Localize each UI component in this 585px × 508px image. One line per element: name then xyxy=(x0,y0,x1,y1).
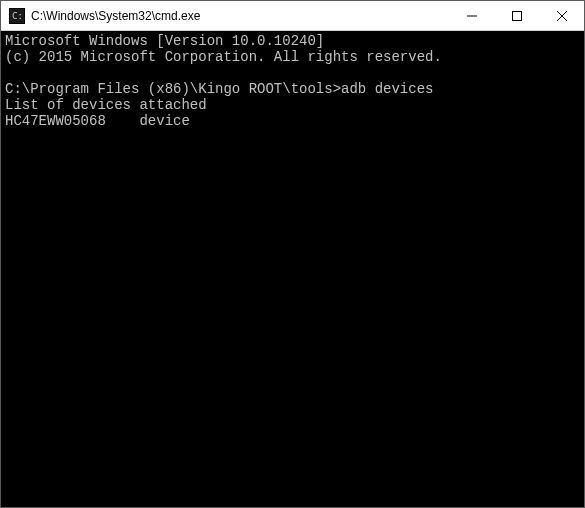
close-button[interactable] xyxy=(539,1,584,30)
cmd-icon: C: xyxy=(9,8,25,24)
window-controls xyxy=(449,1,584,30)
minimize-button[interactable] xyxy=(449,1,494,30)
svg-rect-4 xyxy=(512,11,521,20)
prompt-path: C:\Program Files (x86)\Kingo ROOT\tools> xyxy=(5,81,341,97)
typed-command: adb devices xyxy=(341,81,433,97)
output-header: List of devices attached xyxy=(5,97,207,113)
prompt-line: C:\Program Files (x86)\Kingo ROOT\tools>… xyxy=(5,81,433,97)
cmd-window: C: C:\Windows\System32\cmd.exe Microsoft… xyxy=(0,0,585,508)
banner-line: Microsoft Windows [Version 10.0.10240] xyxy=(5,33,324,49)
window-title: C:\Windows\System32\cmd.exe xyxy=(31,9,449,23)
maximize-button[interactable] xyxy=(494,1,539,30)
terminal-output[interactable]: Microsoft Windows [Version 10.0.10240] (… xyxy=(1,31,584,507)
device-row: HC47EWW05068 device xyxy=(5,113,190,129)
svg-text:C:: C: xyxy=(12,11,23,21)
titlebar[interactable]: C: C:\Windows\System32\cmd.exe xyxy=(1,1,584,31)
banner-line: (c) 2015 Microsoft Corporation. All righ… xyxy=(5,49,442,65)
